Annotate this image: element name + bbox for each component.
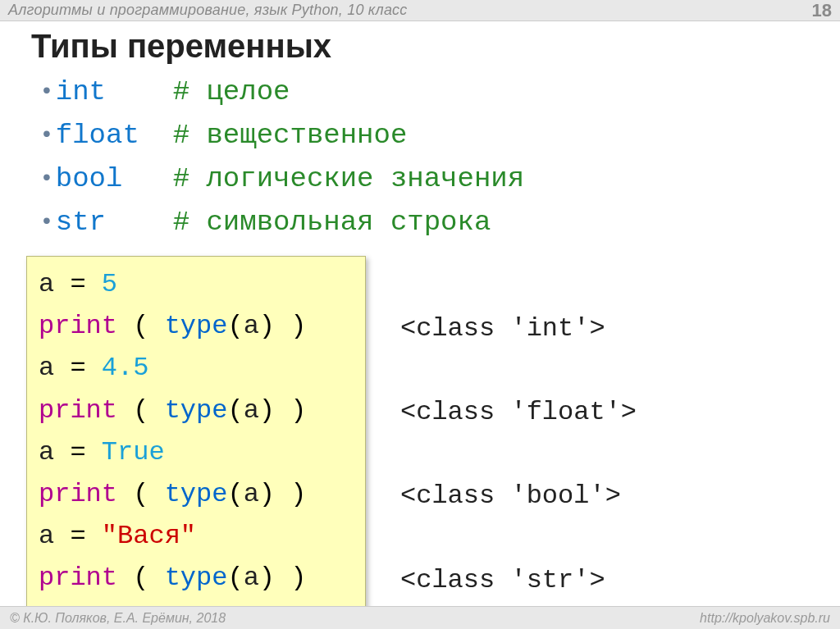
footer-left: © К.Ю. Поляков, Е.А. Ерёмин, 2018 [10,611,226,626]
output-spacer [400,349,637,391]
code-line: print ( type(a) ) [39,557,354,599]
outputs: <class 'int'> <class 'float'> <class 'bo… [400,256,637,601]
output-line: <class 'int'> [400,308,637,349]
type-comment: # символьная строка [173,207,491,238]
page-title: Типы переменных [31,28,331,65]
print-call: print [39,311,117,341]
code-box: a = 5 print ( type(a) ) a = 4.5 print ( … [26,256,366,608]
type-name: bool [56,163,123,194]
output-line: <class 'float'> [400,391,637,433]
type-comment: # логические значения [173,163,524,194]
bullet-icon: • [43,207,51,233]
print-call: print [39,479,117,509]
output-line: <class 'str'> [400,559,637,601]
slide: Алгоритмы и программирование, язык Pytho… [0,0,840,629]
literal-int: 5 [102,269,117,299]
code-line: print ( type(a) ) [39,390,354,431]
literal-float: 4.5 [102,353,149,383]
code-line: print ( type(a) ) [39,473,354,515]
type-name: str [56,207,106,238]
type-row-float: •float # вещественное [43,114,524,157]
bullet-icon: • [43,164,51,189]
type-call: type [165,479,228,509]
type-call: type [165,311,228,341]
type-name: float [56,120,139,151]
type-row-bool: •bool # логические значения [43,157,524,201]
bullet-icon: • [43,77,51,103]
footer-right: http://kpolyakov.spb.ru [700,611,830,626]
type-row-int: •int # целое [43,71,524,114]
bullet-icon: • [43,121,51,146]
code-line: a = 4.5 [39,347,354,389]
type-comment: # целое [173,76,290,107]
print-call: print [39,563,117,593]
code-line: a = True [39,431,354,473]
output-spacer [400,433,637,475]
type-row-str: •str # символьная строка [43,201,524,244]
slide-number: 18 [812,0,832,21]
code-line: a = 5 [39,263,354,305]
code-line: print ( type(a) ) [39,305,354,347]
output-spacer [400,256,637,308]
topbar: Алгоритмы и программирование, язык Pytho… [0,0,840,21]
course-title: Алгоритмы и программирование, язык Pytho… [8,2,408,19]
type-comment: # вещественное [173,120,408,151]
code-line: a = "Вася" [39,515,354,557]
output-line: <class 'bool'> [400,475,637,517]
footer: © К.Ю. Поляков, Е.А. Ерёмин, 2018 http:/… [0,606,840,629]
type-name: int [56,76,106,107]
print-call: print [39,395,117,426]
output-spacer [400,517,637,559]
literal-true: True [102,437,165,467]
types-list: •int # целое •float # вещественное •bool… [43,71,524,244]
type-call: type [165,395,228,426]
literal-str: "Вася" [102,521,196,551]
type-call: type [165,563,228,593]
